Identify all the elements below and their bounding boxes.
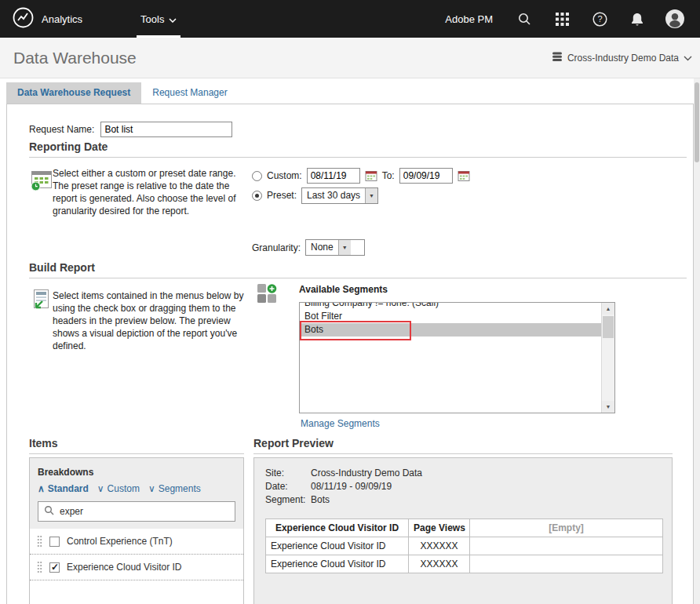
- request-name-row: Request Name:: [29, 122, 232, 137]
- request-form: Request Name: Reporting Date Select eith…: [6, 104, 694, 604]
- bell-icon[interactable]: [618, 0, 656, 38]
- tools-menu-label: Tools: [140, 13, 164, 25]
- calendar-icon: [29, 167, 53, 194]
- breakdowns-panel: Breakdowns ∧ Standard ∨ Custom ∨ Segment…: [29, 457, 244, 604]
- date-to-picker-icon[interactable]: [458, 170, 470, 182]
- page-title: Data Warehouse: [13, 49, 137, 67]
- chevron-down-icon: [169, 13, 177, 25]
- drag-handle-icon[interactable]: [37, 561, 42, 573]
- custom-radio[interactable]: [252, 171, 262, 181]
- granularity-row: Granularity: None ▼: [252, 239, 365, 256]
- item-checkbox[interactable]: [49, 537, 60, 547]
- segment-item[interactable]: Bot Filter: [300, 310, 601, 323]
- report-suite-selector[interactable]: Cross-Industry Demo Data: [552, 52, 692, 64]
- table-row: Experience Cloud Visitor ID XXXXXX: [266, 555, 663, 573]
- tab-segments[interactable]: ∨ Segments: [148, 483, 201, 494]
- avatar[interactable]: [656, 0, 694, 38]
- custom-date-row: Custom: To:: [252, 167, 470, 184]
- info-value: 08/11/19 - 09/09/19: [311, 480, 392, 493]
- select-arrow-icon: ▼: [365, 188, 377, 203]
- tab-request-manager[interactable]: Request Manager: [141, 82, 238, 104]
- report-suite-label: Cross-Industry Demo Data: [567, 53, 679, 64]
- preset-select[interactable]: Last 30 days ▼: [301, 187, 378, 204]
- tools-menu[interactable]: Tools: [140, 0, 177, 38]
- item-checkbox[interactable]: [49, 562, 60, 573]
- request-name-input[interactable]: [100, 122, 232, 137]
- reporting-date-description: Select either a custom or preset date ra…: [53, 167, 247, 217]
- breakdowns-tabs: ∧ Standard ∨ Custom ∨ Segments: [30, 482, 243, 501]
- app-window: Analytics Tools Adobe PM ?: [0, 0, 700, 604]
- database-icon: [552, 52, 563, 64]
- table-header-row: Experience Cloud Visitor ID Page Views […: [266, 519, 663, 537]
- preview-info-row: Date: 08/11/19 - 09/09/19: [265, 480, 661, 493]
- tab-custom[interactable]: ∨ Custom: [97, 483, 140, 494]
- breakdown-item-row[interactable]: Control Experience (TnT): [30, 529, 243, 555]
- date-to-input[interactable]: [399, 168, 453, 184]
- granularity-select[interactable]: None ▼: [305, 239, 365, 256]
- topbar-right-cluster: Adobe PM ?: [445, 0, 694, 38]
- report-preview-table: Experience Cloud Visitor ID Page Views […: [265, 518, 663, 573]
- account-name: Adobe PM: [445, 13, 493, 25]
- svg-text:?: ?: [597, 14, 602, 24]
- tab-label: Standard: [48, 483, 89, 494]
- manage-segments-link[interactable]: Manage Segments: [301, 418, 380, 429]
- info-value: Cross-Industry Demo Data: [311, 467, 422, 480]
- reporting-date-section-title: Reporting Date: [29, 140, 687, 158]
- caret-up-icon: ∧: [38, 483, 45, 494]
- item-label: Control Experience (TnT): [67, 536, 173, 547]
- info-label: Segment:: [265, 493, 311, 507]
- info-label: Date:: [265, 480, 311, 493]
- build-report-description: Select items contained in the menus belo…: [53, 289, 247, 352]
- preset-select-value: Last 30 days: [302, 188, 365, 203]
- breakdowns-list: Control Experience (TnT) Experience Clou…: [30, 529, 243, 604]
- top-nav-bar: Analytics Tools Adobe PM ?: [0, 0, 700, 38]
- select-arrow-icon: ▼: [338, 240, 351, 255]
- scroll-up-icon[interactable]: ▲: [602, 303, 614, 315]
- table-row: Experience Cloud Visitor ID XXXXXX: [266, 537, 663, 555]
- scrollbar-thumb[interactable]: [603, 316, 614, 338]
- page-scrollbar-thumb[interactable]: [695, 82, 699, 162]
- page-scrollbar[interactable]: [694, 78, 700, 604]
- table-cell: XXXXXX: [409, 555, 470, 573]
- scroll-down-icon[interactable]: ▼: [602, 401, 614, 413]
- info-value: Bots: [311, 493, 330, 507]
- date-range-controls: Custom: To: Preset: Last 30 days ▼: [252, 167, 470, 206]
- report-preview-section-title: Report Preview: [253, 437, 673, 454]
- column-header-empty[interactable]: [Empty]: [470, 519, 663, 537]
- search-icon[interactable]: [505, 0, 543, 38]
- table-cell: XXXXXX: [409, 537, 470, 555]
- search-icon: [44, 505, 54, 518]
- caret-down-icon: ∨: [97, 483, 104, 494]
- request-name-label: Request Name:: [29, 124, 94, 135]
- drag-handle-icon[interactable]: [37, 535, 42, 548]
- tab-data-warehouse-request[interactable]: Data Warehouse Request: [6, 82, 141, 104]
- date-from-picker-icon[interactable]: [365, 170, 377, 182]
- help-icon[interactable]: ?: [581, 0, 618, 38]
- tab-standard[interactable]: ∧ Standard: [38, 483, 89, 494]
- preview-info-row: Segment: Bots: [265, 493, 661, 507]
- tab-label: Request Manager: [152, 87, 227, 98]
- breakdown-item-row[interactable]: Experience Cloud Visitor ID: [30, 555, 243, 580]
- column-header[interactable]: Page Views: [409, 519, 470, 537]
- table-cell: Experience Cloud Visitor ID: [266, 555, 409, 573]
- segments-listbox: Billing Company != none: (Scall) Bot Fil…: [299, 302, 615, 413]
- table-cell: [470, 555, 663, 573]
- date-from-input[interactable]: [307, 168, 360, 184]
- column-header[interactable]: Experience Cloud Visitor ID: [266, 519, 409, 537]
- tab-label: Segments: [159, 483, 201, 494]
- breakdowns-search-input[interactable]: [60, 506, 229, 517]
- caret-down-icon: ∨: [148, 483, 155, 494]
- tab-strip: Data Warehouse Request Request Manager: [6, 82, 239, 104]
- segment-item[interactable]: Billing Company != none: (Scall): [300, 302, 601, 310]
- segments-list: Billing Company != none: (Scall) Bot Fil…: [300, 302, 601, 337]
- apps-grid-icon[interactable]: [543, 0, 581, 38]
- items-section-title: Items: [29, 437, 244, 454]
- segment-item-bots[interactable]: Bots: [300, 323, 601, 337]
- listbox-scrollbar[interactable]: ▲ ▼: [601, 303, 614, 413]
- analytics-brand[interactable]: Analytics: [13, 7, 82, 31]
- preset-label: Preset:: [267, 190, 297, 201]
- breakdowns-title: Breakdowns: [30, 458, 243, 482]
- granularity-label: Granularity:: [252, 242, 301, 253]
- table-cell: [470, 537, 663, 555]
- preset-radio[interactable]: [252, 191, 262, 201]
